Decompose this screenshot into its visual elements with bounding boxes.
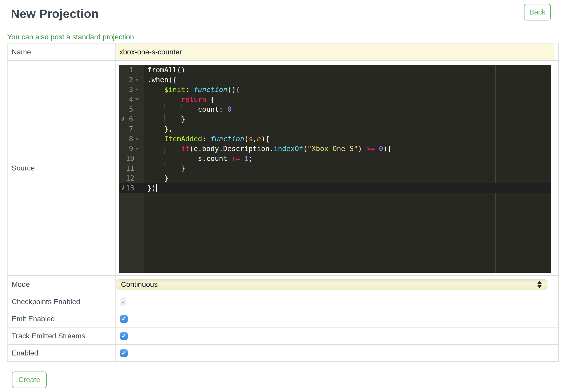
line-number: 10 (126, 154, 134, 163)
code-editor[interactable]: 1fromAll()2.when({3 $init: function(){4 … (119, 65, 551, 273)
line-number: 1 (126, 65, 133, 75)
line-number: 8 (126, 134, 133, 144)
line-number: 7 (126, 124, 133, 134)
info-icon-slot (119, 95, 126, 104)
indent-guide (181, 104, 182, 114)
code-line[interactable]: .when({ (144, 75, 551, 85)
indent-guide (164, 95, 165, 104)
line-number: 12 (126, 173, 134, 183)
text-cursor (156, 184, 157, 192)
checkpoints-enabled-label: Checkpoints Enabled (8, 293, 116, 310)
gutter-cell: 9 (119, 144, 144, 154)
fold-toggle-icon[interactable] (133, 134, 144, 144)
gutter-cell: 10 (119, 154, 144, 163)
page-header: New Projection Back (7, 0, 559, 25)
code-line[interactable]: } (144, 163, 551, 173)
info-icon-slot (119, 85, 126, 95)
gutter-cell: 5 (119, 104, 144, 114)
checkpoints-enabled-row: Checkpoints Enabled ✓ (8, 293, 558, 310)
info-icon-slot (119, 154, 126, 163)
indent-guide (164, 114, 165, 124)
gutter-cell: 4 (119, 95, 144, 104)
editor-line[interactable]: 10 s.count += 1; (119, 154, 551, 163)
fold-toggle-icon[interactable] (133, 95, 144, 104)
enabled-checkbox[interactable]: ✓ (120, 349, 128, 357)
standard-projection-link[interactable]: You can also post a standard projection (7, 33, 134, 41)
line-number: 2 (126, 75, 133, 85)
code-line[interactable]: fromAll() (144, 65, 551, 75)
track-emitted-streams-label: Track Emitted Streams (8, 327, 116, 344)
code-line[interactable]: $init: function(){ (144, 85, 551, 95)
editor-line[interactable]: 3 $init: function(){ (119, 85, 551, 95)
name-input[interactable] (116, 44, 554, 60)
select-stepper-icon (537, 281, 542, 288)
mode-value-cell: Continuous (116, 276, 558, 293)
gutter-cell: 8 (119, 134, 144, 144)
editor-line[interactable]: 9 if(e.body.Description.indexOf("Xbox On… (119, 144, 551, 154)
fold-toggle-icon[interactable] (133, 75, 144, 85)
name-label: Name (8, 44, 116, 60)
info-icon-slot (119, 163, 126, 173)
gutter-cell: i13 (119, 183, 144, 193)
fold-slot (134, 173, 145, 183)
code-line[interactable]: }) (144, 183, 551, 193)
line-number: 4 (126, 95, 133, 104)
editor-line[interactable]: 2.when({ (119, 75, 551, 85)
mode-select-value: Continuous (121, 280, 158, 289)
gutter-cell: 3 (119, 85, 144, 95)
arrow-down-icon (537, 285, 542, 288)
code-line[interactable]: ItemAdded: function(s,e){ (144, 134, 551, 144)
editor-line[interactable]: 1fromAll() (119, 65, 551, 75)
code-line[interactable]: count: 0 (144, 104, 551, 114)
editor-line[interactable]: 4 return { (119, 95, 551, 104)
mode-label: Mode (8, 276, 116, 293)
indent-guide (181, 154, 182, 163)
indent-guide (181, 114, 182, 124)
editor-line[interactable]: 12 } (119, 173, 551, 183)
fold-slot (134, 183, 145, 193)
gutter-cell: 11 (119, 163, 144, 173)
code-line[interactable]: }, (144, 124, 551, 134)
back-button[interactable]: Back (524, 4, 551, 20)
fold-slot (134, 154, 145, 163)
info-icon-slot (119, 173, 126, 183)
info-icon-slot (119, 144, 126, 154)
gutter-cell: 12 (119, 173, 144, 183)
line-number: 3 (126, 85, 133, 95)
create-button[interactable]: Create (12, 372, 47, 388)
info-icon-slot (119, 104, 126, 114)
code-line[interactable]: } (144, 173, 551, 183)
line-number: 13 (126, 183, 134, 193)
projection-form-table: Name Source 1fromAll()2.when({3 $init: f… (7, 44, 559, 362)
checkpoints-enabled-checkbox: ✓ (120, 298, 127, 305)
mode-select[interactable]: Continuous (116, 279, 548, 290)
indent-guide (181, 163, 182, 173)
editor-line[interactable]: 11 } (119, 163, 551, 173)
name-row: Name (8, 44, 558, 60)
fold-slot (133, 104, 144, 114)
emit-enabled-checkbox[interactable]: ✓ (120, 315, 128, 323)
info-icon-slot (119, 134, 126, 144)
source-row: Source 1fromAll()2.when({3 $init: functi… (8, 60, 558, 275)
line-number: 5 (126, 104, 133, 114)
emit-enabled-label: Emit Enabled (8, 310, 116, 327)
track-emitted-streams-cell: ✓ (116, 327, 558, 344)
line-number: 9 (126, 144, 133, 154)
info-icon-slot (119, 65, 126, 75)
editor-line[interactable]: i13}) (119, 183, 551, 193)
code-line[interactable]: s.count += 1; (144, 154, 551, 163)
code-line[interactable]: } (144, 114, 551, 124)
editor-line[interactable]: 8 ItemAdded: function(s,e){ (119, 134, 551, 144)
enabled-cell: ✓ (116, 345, 558, 361)
enabled-row: Enabled ✓ (8, 344, 558, 361)
track-emitted-streams-checkbox[interactable]: ✓ (120, 332, 128, 340)
editor-line[interactable]: 7 }, (119, 124, 551, 134)
fold-toggle-icon[interactable] (133, 85, 144, 95)
code-line[interactable]: return { (144, 95, 551, 104)
editor-line[interactable]: i6 } (119, 114, 551, 124)
editor-line[interactable]: 5 count: 0 (119, 104, 551, 114)
line-number: 11 (126, 163, 134, 173)
fold-toggle-icon[interactable] (133, 144, 144, 154)
fold-slot (133, 114, 144, 124)
code-line[interactable]: if(e.body.Description.indexOf("Xbox One … (144, 144, 551, 154)
